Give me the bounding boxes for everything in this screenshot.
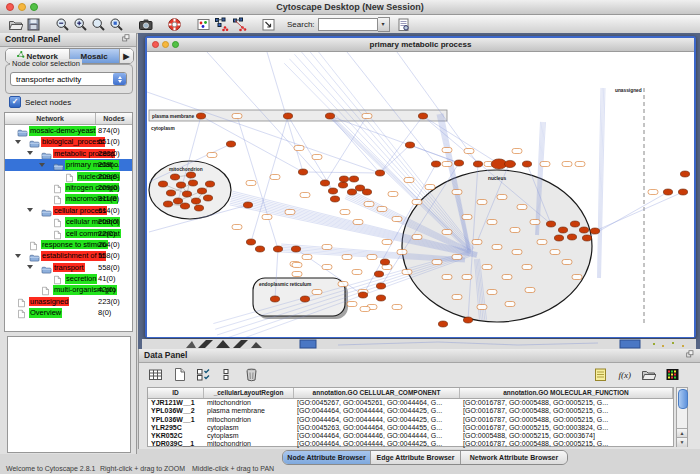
- network-node[interactable]: [442, 162, 452, 167]
- network-node[interactable]: [339, 176, 348, 182]
- zoom-in-button[interactable]: [71, 16, 89, 33]
- network-node[interactable]: [454, 160, 463, 166]
- unselect-all-attributes-button[interactable]: [217, 365, 238, 383]
- network-node[interactable]: [191, 198, 200, 204]
- network-canvas-container[interactable]: plasma membranecytoplasmmitochondrionnuc…: [147, 52, 694, 337]
- network-node[interactable]: [292, 272, 302, 277]
- attribute-editor-button[interactable]: [590, 365, 611, 383]
- network-node[interactable]: [255, 246, 264, 252]
- network-node[interactable]: [537, 240, 547, 245]
- network-node[interactable]: [648, 190, 658, 195]
- network-node[interactable]: [246, 181, 256, 186]
- search-input[interactable]: [318, 18, 378, 31]
- import-attributes-button[interactable]: [638, 365, 659, 383]
- network-node[interactable]: [522, 265, 532, 270]
- network-node[interactable]: [463, 317, 472, 323]
- network-node[interactable]: [353, 220, 363, 225]
- network-node[interactable]: [300, 296, 309, 302]
- network-node[interactable]: [472, 240, 482, 245]
- network-node[interactable]: [442, 275, 452, 280]
- network-node[interactable]: [273, 246, 282, 252]
- network-node[interactable]: [397, 250, 407, 255]
- network-node[interactable]: [412, 200, 422, 205]
- network-node[interactable]: [367, 255, 377, 260]
- network-node[interactable]: [232, 225, 242, 230]
- network-node[interactable]: [452, 295, 462, 300]
- network-node[interactable]: [330, 196, 339, 202]
- network-node[interactable]: [525, 288, 535, 293]
- float-panel-icon[interactable]: [122, 34, 133, 49]
- network-node[interactable]: [352, 270, 362, 275]
- network-node[interactable]: [431, 161, 440, 167]
- network-canvas[interactable]: plasma membranecytoplasmmitochondrionnuc…: [147, 52, 694, 337]
- network-node[interactable]: [579, 227, 588, 233]
- expander-icon[interactable]: [39, 163, 45, 167]
- network-node[interactable]: [196, 113, 205, 119]
- tree-row[interactable]: nitrogen compo209(0): [5, 182, 132, 193]
- network-node[interactable]: [294, 146, 304, 151]
- network-node[interactable]: [380, 259, 389, 265]
- network-node[interactable]: [360, 307, 370, 312]
- network-node[interactable]: [320, 180, 329, 186]
- open-session-button[interactable]: [6, 16, 24, 33]
- scrollbar-thumb[interactable]: [678, 389, 688, 409]
- network-node[interactable]: [570, 221, 579, 227]
- attribute-grid-button[interactable]: [145, 365, 166, 383]
- select-nodes-checkbox[interactable]: ✓: [9, 96, 21, 108]
- network-node[interactable]: [283, 113, 292, 119]
- network-node[interactable]: [163, 201, 172, 207]
- network-node[interactable]: [554, 235, 563, 241]
- network-node[interactable]: [678, 189, 687, 195]
- table-row[interactable]: YPL036W__2plasma membrane[GO:0044464, GO…: [148, 407, 673, 415]
- network-node[interactable]: [207, 153, 217, 158]
- tab-edge-attribute-browser[interactable]: Edge Attribute Browser: [371, 451, 461, 464]
- expander-icon[interactable]: [15, 254, 21, 258]
- heatmap-button[interactable]: [662, 365, 683, 383]
- network-node[interactable]: [462, 215, 472, 220]
- node-color-dropdown[interactable]: transporter activity: [10, 72, 127, 86]
- network-node[interactable]: [285, 210, 295, 215]
- tab-overflow-arrow[interactable]: ▶: [120, 49, 133, 63]
- network-node[interactable]: [590, 228, 599, 234]
- zoom-selected-button[interactable]: [107, 16, 125, 33]
- network-node[interactable]: [203, 195, 212, 201]
- scroll-down-button[interactable]: ▼: [677, 437, 687, 447]
- network-node[interactable]: [374, 271, 383, 277]
- network-node[interactable]: [300, 193, 310, 198]
- network-node[interactable]: [338, 182, 347, 188]
- zoom-fit-button[interactable]: [89, 16, 107, 33]
- network-node[interactable]: [362, 189, 371, 195]
- network-node[interactable]: [497, 195, 507, 200]
- network-node[interactable]: [377, 207, 387, 212]
- network-node[interactable]: [298, 169, 307, 175]
- network-node[interactable]: [375, 170, 384, 176]
- network-node[interactable]: [302, 255, 312, 260]
- tab-node-attribute-browser[interactable]: Node Attribute Browser: [283, 451, 371, 464]
- table-row[interactable]: YJR121W__1mitochondrion[GO:0045267, GO:0…: [148, 399, 673, 407]
- network-node[interactable]: [558, 227, 567, 233]
- network-node[interactable]: [358, 292, 367, 298]
- network-node[interactable]: [540, 162, 550, 167]
- network-node[interactable]: [492, 245, 502, 250]
- expander-icon[interactable]: [27, 208, 33, 212]
- zoom-out-button[interactable]: [53, 16, 71, 33]
- network-node[interactable]: [182, 191, 191, 197]
- network-node[interactable]: [158, 181, 167, 187]
- network-view-window[interactable]: primary metabolic process plasma membran…: [145, 36, 696, 338]
- table-column-header[interactable]: ID: [148, 388, 204, 398]
- table-column-header[interactable]: _cellularLayoutRegion: [204, 388, 294, 398]
- network-node[interactable]: [522, 161, 531, 167]
- network-node[interactable]: [562, 162, 572, 167]
- network-node[interactable]: [562, 260, 572, 265]
- tab-network-attribute-browser[interactable]: Network Attribute Browser: [461, 451, 567, 464]
- network-edge[interactable]: [303, 172, 380, 173]
- network-node[interactable]: [291, 246, 300, 252]
- tree-row[interactable]: nucleobase-209(0): [5, 171, 132, 182]
- network-node[interactable]: [512, 149, 522, 154]
- import-network-button[interactable]: [259, 16, 277, 33]
- network-node[interactable]: [173, 198, 182, 204]
- network-from-selected-edges-button[interactable]: [230, 16, 248, 33]
- network-edge[interactable]: [410, 145, 459, 163]
- table-row[interactable]: YDR039C__1mitochondrion[GO:0044464, GO:0…: [148, 440, 673, 448]
- graphics-details-button[interactable]: [194, 16, 212, 33]
